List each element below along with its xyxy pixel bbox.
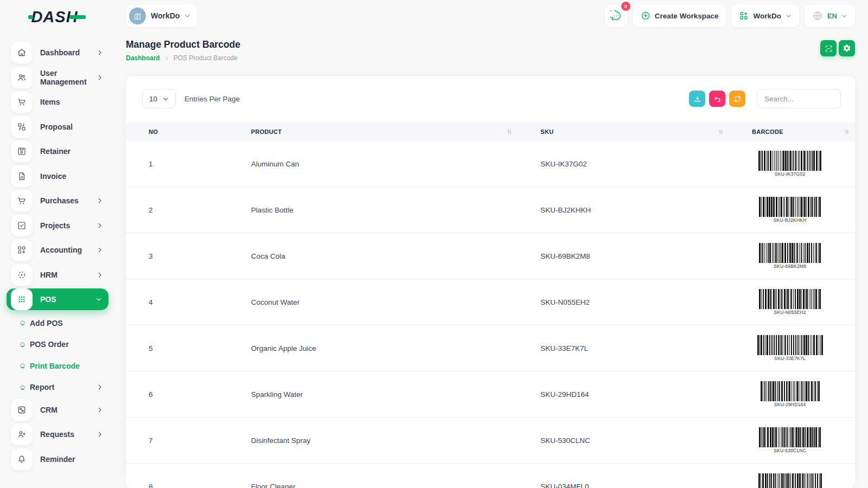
search-input[interactable] bbox=[757, 89, 841, 108]
sidebar-subitem-add-pos[interactable]: Add POS bbox=[7, 313, 108, 333]
column-header-sku[interactable]: SKU bbox=[518, 123, 729, 141]
projects-icon bbox=[11, 215, 33, 236]
barcode-card: 10 Entries Per Page NOPRODUCTSKUBARCODE … bbox=[126, 76, 855, 488]
create-workspace-button[interactable]: Create Workspace bbox=[633, 4, 726, 27]
breadcrumb-dashboard[interactable]: Dashboard bbox=[126, 54, 160, 62]
page-title: Manage Product Barcode bbox=[126, 39, 240, 50]
sidebar: DASH DashboardUser ManagementItemsPropos… bbox=[0, 0, 114, 488]
table-body: 1Aluminum CanSKU-IK37G02 SKU-IK37G02 2Pl… bbox=[126, 141, 855, 488]
sidebar-item-label: Items bbox=[40, 98, 108, 106]
workspace-name: WorkDo bbox=[151, 11, 180, 20]
product-name: Aluminum Can bbox=[228, 141, 518, 187]
barcode-bars bbox=[755, 243, 825, 263]
cart-icon bbox=[11, 190, 33, 211]
grid-plus-icon bbox=[739, 11, 749, 21]
barcode-image: SKU-69BK2M8 bbox=[754, 243, 826, 269]
barcode-image: SKU-N055EH2 bbox=[754, 289, 826, 315]
barcode-cell: SKU-BJ2KHKH bbox=[729, 187, 855, 233]
row-number: 2 bbox=[126, 187, 228, 233]
sidebar-item-label: Reminder bbox=[40, 455, 108, 464]
sidebar-item-label: CRM bbox=[40, 406, 97, 414]
bullet-icon bbox=[20, 385, 25, 390]
chevron-down-icon bbox=[163, 96, 169, 102]
sidebar-item-pos[interactable]: POS bbox=[7, 288, 108, 310]
sidebar-item-crm[interactable]: CRM bbox=[7, 399, 108, 421]
table-row: 7Disinfectant SpraySKU-530CLNC SKU-530CL… bbox=[126, 418, 855, 464]
logo-dot-accent bbox=[28, 15, 33, 19]
entries-per-page: 10 Entries Per Page bbox=[142, 89, 240, 108]
sidebar-subitem-report[interactable]: Report bbox=[7, 377, 108, 397]
sidebar-item-purchases[interactable]: Purchases bbox=[7, 190, 108, 211]
product-name: Organic Apple Juice bbox=[228, 325, 518, 371]
chevron-right-icon bbox=[97, 197, 103, 204]
sidebar-item-label: POS bbox=[40, 295, 95, 304]
column-header-product[interactable]: PRODUCT bbox=[228, 123, 518, 141]
page-head-actions bbox=[820, 40, 855, 56]
chevron-down-icon bbox=[841, 13, 847, 19]
sidebar-item-user-management[interactable]: User Management bbox=[7, 67, 108, 88]
breadcrumb: DashboardPOS Product Barcode bbox=[126, 54, 240, 62]
product-name: Coca Cola bbox=[228, 233, 518, 279]
sidebar-item-label: Print Barcode bbox=[30, 362, 108, 370]
sidebar-item-label: Dashboard bbox=[40, 48, 97, 57]
sidebar-item-requests[interactable]: Requests bbox=[7, 423, 108, 445]
app-root: DASH DashboardUser ManagementItemsPropos… bbox=[0, 0, 868, 488]
brand-logo[interactable]: DASH bbox=[0, 5, 114, 29]
product-sku: SKU-034MFL0 bbox=[518, 464, 729, 488]
barcode-label: SKU-29HD164 bbox=[774, 402, 806, 407]
chevron-down-icon bbox=[95, 296, 102, 303]
bullet-icon bbox=[20, 363, 25, 368]
table-controls: 10 Entries Per Page bbox=[126, 89, 855, 108]
sidebar-item-label: Requests bbox=[40, 430, 97, 439]
sidebar-item-projects[interactable]: Projects bbox=[7, 215, 108, 236]
workspace-select[interactable]: WorkDo bbox=[126, 4, 197, 27]
product-sku: SKU-N055EH2 bbox=[518, 279, 729, 325]
row-number: 4 bbox=[126, 279, 228, 325]
chevron-right-icon bbox=[97, 74, 103, 81]
sidebar-item-label: Retainer bbox=[40, 147, 108, 156]
export-button[interactable] bbox=[689, 91, 705, 107]
proposal-icon bbox=[11, 116, 33, 138]
product-sku: SKU-33E7K7L bbox=[518, 325, 729, 371]
breadcrumb-pos-product-barcode: POS Product Barcode bbox=[174, 54, 238, 62]
workdo-menu-button[interactable]: WorkDo bbox=[731, 4, 799, 27]
row-number: 7 bbox=[126, 418, 228, 464]
refresh-button[interactable] bbox=[729, 91, 745, 107]
entries-per-page-select[interactable]: 10 bbox=[142, 89, 176, 108]
row-number: 6 bbox=[126, 371, 228, 418]
language-select[interactable]: EN bbox=[805, 4, 855, 27]
sidebar-item-items[interactable]: Items bbox=[7, 91, 108, 113]
barcode-table: NOPRODUCTSKUBARCODE 1Aluminum CanSKU-IK3… bbox=[126, 123, 855, 488]
barcode-image: SKU-BJ2KHKH bbox=[754, 197, 826, 223]
table-actions bbox=[689, 89, 841, 108]
sidebar-item-retainer[interactable]: Retainer bbox=[7, 140, 108, 162]
sidebar-item-label: Proposal bbox=[40, 123, 108, 131]
sidebar-subitem-print-barcode[interactable]: Print Barcode bbox=[7, 356, 108, 376]
chevron-right-icon bbox=[97, 247, 103, 253]
product-sku: SKU-BJ2KHKH bbox=[518, 187, 729, 233]
print-barcode-button[interactable] bbox=[820, 40, 837, 56]
messages-badge: 0 bbox=[621, 2, 630, 11]
messages-button[interactable]: 0 bbox=[605, 4, 628, 27]
barcode-cell: SKU-530CLNC bbox=[729, 418, 855, 464]
sidebar-item-proposal[interactable]: Proposal bbox=[7, 116, 108, 138]
sidebar-item-hrm[interactable]: HRM bbox=[7, 264, 108, 286]
sidebar-subitem-pos-order[interactable]: POS Order bbox=[7, 335, 108, 354]
globe-icon bbox=[812, 10, 823, 21]
sidebar-item-dashboard[interactable]: Dashboard bbox=[7, 42, 108, 63]
undo-button[interactable] bbox=[709, 91, 725, 107]
row-number: 3 bbox=[126, 233, 228, 279]
sidebar-item-invoice[interactable]: Invoice bbox=[7, 165, 108, 187]
settings-button[interactable] bbox=[839, 40, 855, 56]
barcode-label: SKU-N055EH2 bbox=[774, 310, 806, 315]
barcode-image: SKU-530CLNC bbox=[754, 427, 826, 453]
barcode-bars bbox=[755, 335, 825, 355]
barcode-cell: SKU-33E7K7L bbox=[729, 325, 855, 371]
barcode-label: SKU-530CLNC bbox=[774, 448, 806, 453]
table-row: 1Aluminum CanSKU-IK37G02 SKU-IK37G02 bbox=[126, 141, 855, 187]
refresh-icon bbox=[733, 95, 742, 103]
column-header-barcode[interactable]: BARCODE bbox=[729, 123, 855, 141]
sidebar-item-accounting[interactable]: Accounting bbox=[7, 239, 108, 261]
column-header-no: NO bbox=[126, 123, 228, 141]
sidebar-item-reminder[interactable]: Reminder bbox=[7, 448, 108, 470]
